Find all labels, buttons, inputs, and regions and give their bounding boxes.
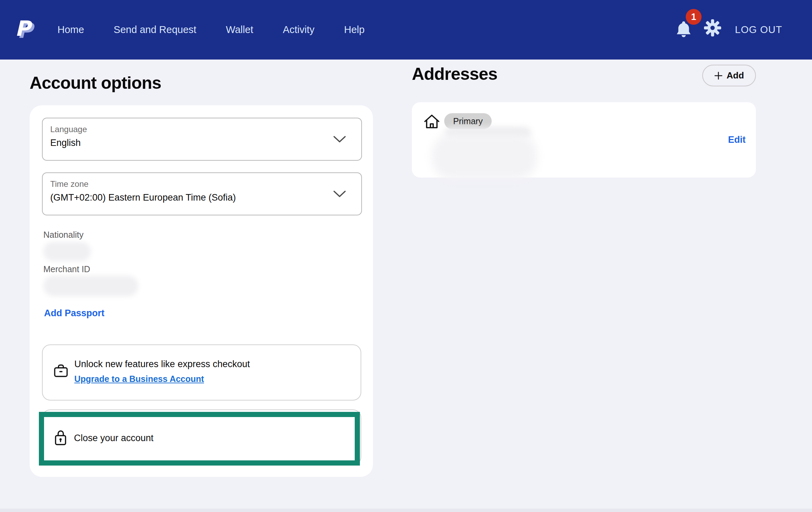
close-account-row[interactable]: [42, 409, 361, 465]
primary-address-card: Primary Edit: [412, 102, 756, 178]
plus-icon: [714, 72, 723, 80]
timezone-select[interactable]: Time zone (GMT+02:00) Eastern European T…: [42, 172, 362, 215]
notifications-button[interactable]: 1: [674, 17, 701, 45]
logout-button[interactable]: LOG OUT: [735, 24, 782, 35]
notification-badge: 1: [686, 9, 702, 25]
timezone-label: Time zone: [50, 179, 88, 189]
chevron-down-icon: [333, 136, 346, 143]
nav-item-home[interactable]: Home: [57, 24, 84, 35]
language-select[interactable]: Language English: [42, 118, 362, 161]
gear-icon[interactable]: [704, 19, 721, 36]
merchant-id-label: Merchant ID: [43, 264, 90, 274]
upgrade-business-account-link[interactable]: Upgrade to a Business Account: [74, 374, 204, 384]
add-passport-link[interactable]: Add Passport: [44, 308, 105, 319]
nav-item-help[interactable]: Help: [344, 24, 365, 35]
main-nav: Home Send and Request Wallet Activity He…: [57, 0, 365, 60]
upgrade-title: Unlock new features like express checkou…: [74, 359, 250, 370]
upgrade-business-card: Unlock new features like express checkou…: [42, 344, 361, 401]
briefcase-icon: [54, 364, 68, 377]
home-icon: [424, 114, 440, 129]
nav-item-send-and-request[interactable]: Send and Request: [114, 24, 196, 35]
nav-item-wallet[interactable]: Wallet: [226, 24, 254, 35]
nationality-label: Nationality: [43, 230, 84, 240]
addresses-title: Addresses: [412, 64, 498, 84]
add-address-button[interactable]: Add: [702, 65, 756, 86]
redacted-address-value: [432, 134, 537, 179]
paypal-settings-page: P P Home Send and Request Wallet Activit…: [0, 0, 812, 512]
edit-address-link[interactable]: Edit: [728, 135, 746, 145]
top-navbar: P P Home Send and Request Wallet Activit…: [0, 0, 812, 60]
redacted-nationality-value: [43, 242, 91, 261]
footer-edge: [0, 509, 812, 512]
redacted-merchant-id-value: [43, 276, 138, 296]
nav-item-activity[interactable]: Activity: [283, 24, 314, 35]
paypal-logo[interactable]: P P: [12, 12, 35, 43]
language-label: Language: [50, 125, 87, 134]
language-value: English: [50, 138, 81, 148]
add-address-label: Add: [727, 70, 744, 81]
chevron-down-icon: [333, 190, 346, 198]
timezone-value: (GMT+02:00) Eastern European Time (Sofia…: [50, 192, 236, 203]
account-options-title: Account options: [30, 73, 161, 93]
account-options-card: Language English Time zone (GMT+02:00) E…: [30, 105, 373, 477]
